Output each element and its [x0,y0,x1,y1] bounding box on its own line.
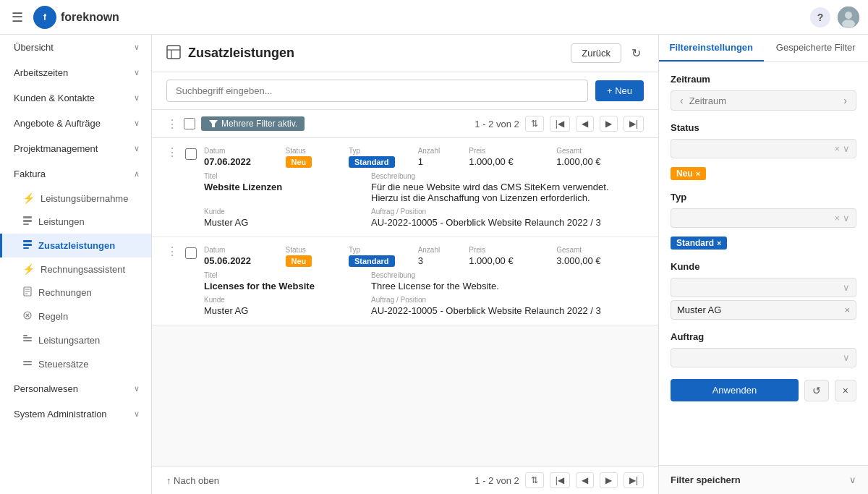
next-page-button[interactable]: ▶ [600,116,618,132]
sidebar-item-kunden[interactable]: Kunden & Kontakte ∨ [0,85,151,111]
auftrag-field: Auftrag / Position AU-2022-10005 - Oberb… [371,296,644,316]
right-panel-content: Zeitraum ‹ › Status × ∨ Neu [659,62,868,465]
bottom-prev-page-button[interactable]: ◀ [576,472,594,488]
sidebar-item-ubersicht[interactable]: Übersicht ∨ [0,35,151,60]
status-input[interactable] [677,143,831,154]
typ-tag-close[interactable]: × [717,239,721,247]
record-content: Datum 05.06.2022 Status Neu Typ Standard [204,246,644,316]
status-tag-close[interactable]: × [696,169,700,178]
row-checkbox[interactable] [185,148,197,160]
sidebar-sub-label: Zusatzleistungen [38,240,115,251]
bottom-first-page-button[interactable]: |◀ [550,472,570,488]
regeln-icon [22,310,33,323]
help-button[interactable]: ? [810,7,830,27]
refresh-button[interactable]: ↻ [629,43,644,63]
select-all-checkbox[interactable] [184,118,195,129]
sidebar-sub-label: Rechnungsassistent [41,264,125,275]
new-button[interactable]: + Neu [595,80,644,101]
status-title: Status [671,122,856,133]
sidebar: Übersicht ∨ Arbeitszeiten ∨ Kunden & Kon… [0,35,152,494]
sidebar-item-leistungen[interactable]: Leistungen [0,210,151,234]
auftrag-section: Auftrag ∨ [671,331,856,367]
row-menu-icon[interactable]: ⋮ [166,147,178,158]
bottom-last-page-button[interactable]: ▶| [624,472,644,488]
menu-icon[interactable]: ☰ [9,7,26,28]
sidebar-item-projektmanagement[interactable]: Projektmanagement ∨ [0,136,151,161]
kunde-dropdown[interactable]: ∨ [671,278,856,297]
svg-point-4 [842,20,855,28]
leistungen-icon [22,216,33,228]
prev-page-button[interactable]: ◀ [576,116,594,132]
sidebar-item-system[interactable]: System Administration ∨ [0,401,151,427]
avatar[interactable] [838,7,859,28]
zeitraum-section: Zeitraum ‹ › [671,74,856,111]
zeitraum-next-button[interactable]: › [841,95,850,106]
sidebar-item-label: Faktura [14,169,46,179]
sidebar-item-label: System Administration [14,409,107,420]
beschreibung-field: Beschreibung Für die neue Website wird d… [371,172,644,203]
sidebar-item-angebote[interactable]: Angebote & Aufträge ∨ [0,111,151,136]
sidebar-item-arbeitszeiten[interactable]: Arbeitszeiten ∨ [0,60,151,85]
sidebar-item-leistungsarten[interactable]: Leistungsarten [0,328,151,352]
typ-clear-icon[interactable]: × [834,213,840,223]
status-field: Status Neu [286,246,349,267]
kunde-customer-row: Muster AG × [671,300,856,320]
type-badge: Standard [349,156,395,168]
sidebar-item-steuersatze[interactable]: Steuersätze [0,352,151,376]
apply-button[interactable]: Anwenden [671,379,799,401]
bottom-next-page-button[interactable]: ▶ [600,472,618,488]
zeitraum-prev-button[interactable]: ‹ [677,95,686,106]
svg-rect-23 [167,46,180,59]
svg-rect-20 [23,335,27,336]
row-checkbox[interactable] [185,247,197,259]
filter-save-label: Filter speichern [671,474,741,485]
tab-filtereinstellungen[interactable]: Filtereinstellungen [659,35,764,61]
svg-rect-19 [23,340,32,341]
tab-gespeicherte-filter[interactable]: Gespeicherte Filter [764,35,869,61]
filter-save-chevron[interactable]: ∨ [849,474,856,485]
svg-rect-22 [23,364,32,365]
back-button[interactable]: Zurück [571,43,621,63]
auftrag-dropdown[interactable]: ∨ [671,348,856,367]
clear-button[interactable]: × [835,380,856,401]
row-menu-icon[interactable]: ⋮ [166,246,178,257]
table-icon [166,45,181,61]
chevron-down-icon: ∨ [134,93,140,103]
bottom-sort-button[interactable]: ⇅ [525,472,544,488]
chevron-down-icon: ∨ [134,119,140,128]
leistungsubernahme-icon: ⚡ [22,192,35,204]
zeitraum-input[interactable] [689,95,838,106]
right-panel: Filtereinstellungen Gespeicherte Filter … [658,35,868,494]
first-page-button[interactable]: |◀ [550,116,570,132]
status-section: Status × ∨ Neu × [671,122,856,180]
search-input[interactable] [166,80,588,102]
reset-button[interactable]: ↺ [804,380,829,401]
kunde-title: Kunde [671,261,856,272]
typ-dropdown-icon[interactable]: ∨ [843,213,850,223]
preis-field: Preis 1.000,00 € [469,147,556,168]
sidebar-item-regeln[interactable]: Regeln [0,305,151,328]
last-page-button[interactable]: ▶| [624,116,644,132]
sidebar-item-rechnungen[interactable]: Rechnungen [0,281,151,305]
logo-icon: f [33,6,56,29]
sidebar-item-personalwesen[interactable]: Personalwesen ∨ [0,376,151,401]
sidebar-item-leistungsubernahme[interactable]: ⚡ Leistungsübernahme [0,187,151,210]
dots-menu-icon[interactable]: ⋮ [166,117,178,131]
chevron-up-icon: ∧ [134,169,140,179]
sidebar-item-label: Personalwesen [14,383,78,394]
sidebar-item-zusatzleistungen[interactable]: Zusatzleistungen [0,234,151,257]
auftrag-dropdown-icon: ∨ [843,352,850,363]
typ-input[interactable] [677,213,831,223]
sort-button[interactable]: ⇅ [525,116,544,132]
zusatzleistungen-icon [22,239,33,252]
kunde-customer-close[interactable]: × [844,305,850,315]
gesamt-field: Gesamt 3.000,00 € [556,246,644,267]
sidebar-item-faktura[interactable]: Faktura ∧ [0,161,151,187]
scroll-top-button[interactable]: ↑ Nach oben [166,475,219,486]
status-dropdown-icon[interactable]: ∨ [843,143,850,154]
sidebar-item-rechnungsassistent[interactable]: ⚡ Rechnungsassistent [0,257,151,281]
kunde-dropdown-icon: ∨ [843,282,850,293]
bottom-controls: ↑ Nach oben 1 - 2 von 2 ⇅ |◀ ◀ ▶ ▶| [152,466,658,494]
status-clear-icon[interactable]: × [834,143,840,154]
filter-save: Filter speichern ∨ [659,465,868,494]
